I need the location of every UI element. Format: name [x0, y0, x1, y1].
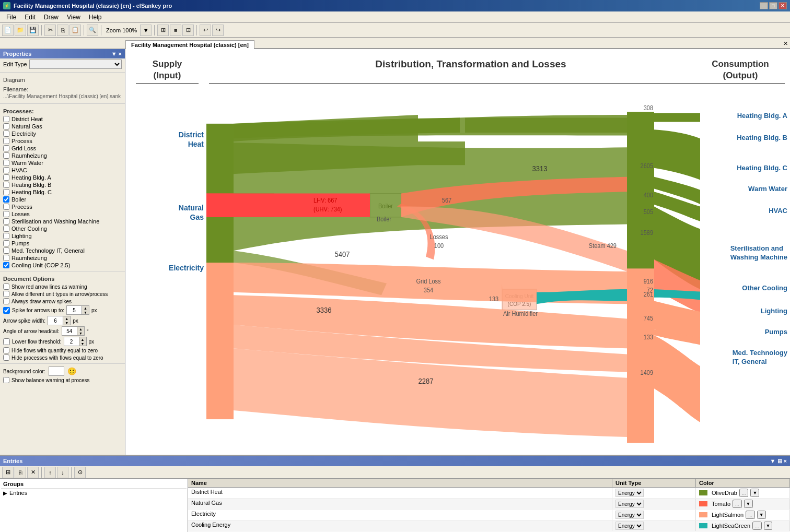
entries-up-button[interactable]: ↑ — [44, 467, 56, 478]
spike-width-up[interactable]: ▲ — [63, 316, 70, 321]
color-picker-button-0[interactable]: ... — [739, 489, 749, 497]
unit-select-0[interactable]: Energy — [615, 489, 644, 497]
district-heat-input-label: DistrictHeat — [136, 130, 204, 149]
process-checkbox-12[interactable] — [3, 204, 9, 210]
entries-down-button[interactable]: ↓ — [57, 467, 68, 478]
process-checkbox-15[interactable] — [3, 226, 9, 232]
process-checkbox-17[interactable] — [3, 240, 9, 246]
process-checkbox-7[interactable] — [3, 167, 9, 173]
process-checkbox-5[interactable] — [3, 152, 9, 159]
new-button[interactable]: 📄 — [2, 25, 14, 36]
process-checkbox-2[interactable] — [3, 131, 9, 137]
process-checkbox-11[interactable] — [3, 196, 9, 203]
lower-threshold-checkbox[interactable] — [3, 338, 10, 345]
angle-up[interactable]: ▲ — [77, 327, 84, 331]
close-tab-button[interactable]: ✕ — [781, 39, 790, 49]
paste-button[interactable]: 📋 — [69, 25, 81, 36]
save-button[interactable]: 💾 — [27, 25, 39, 36]
spike-width-down[interactable]: ▼ — [63, 321, 70, 325]
menu-file[interactable]: File — [2, 13, 20, 22]
angle-down[interactable]: ▼ — [77, 331, 84, 335]
cell-color-3: LightSeaGreen...▼ — [696, 521, 790, 531]
out-label-med-tech: Med. TechnologyIT, General — [733, 349, 787, 367]
process-item-2: Electricity — [0, 130, 125, 137]
grid-button[interactable]: ⊞ — [157, 25, 169, 36]
entries-group-item[interactable]: ▶ Entries — [1, 489, 187, 497]
angle-value[interactable] — [62, 327, 77, 335]
lower-threshold-value[interactable] — [64, 337, 79, 346]
entries-controls[interactable]: ▼ ⊞ × — [770, 458, 787, 465]
process-checkbox-6[interactable] — [3, 160, 9, 166]
option-red-arrow-checkbox[interactable] — [3, 283, 9, 290]
angle-row: Angle of arrow head/tail: ▲ ▼ ° — [0, 326, 125, 336]
value-2605: 2605 — [641, 162, 654, 169]
spike-width-btns: ▲ ▼ — [63, 316, 70, 325]
spike-up-button[interactable]: ▲ — [82, 306, 89, 310]
lower-threshold-up[interactable]: ▲ — [79, 337, 86, 341]
entries-add-button[interactable]: ⊞ — [2, 467, 14, 478]
hide-zero-flows-checkbox[interactable] — [3, 347, 9, 353]
process-checkbox-19[interactable] — [3, 255, 9, 261]
entries-copy-button[interactable]: ⎘ — [15, 467, 26, 478]
menu-edit[interactable]: Edit — [20, 13, 40, 22]
cut-button[interactable]: ✂ — [44, 25, 56, 36]
entries-extra-button[interactable]: ⊙ — [74, 467, 86, 478]
open-button[interactable]: 📁 — [15, 25, 26, 36]
process-checkbox-13[interactable] — [3, 211, 9, 217]
process-checkbox-14[interactable] — [3, 218, 9, 224]
spike-width-value[interactable] — [48, 316, 63, 325]
process-checkbox-9[interactable] — [3, 182, 9, 188]
spike-down-button[interactable]: ▼ — [82, 310, 89, 314]
process-checkbox-20[interactable] — [3, 262, 9, 268]
hide-zero-processes-checkbox[interactable] — [3, 354, 9, 361]
undo-button[interactable]: ↩ — [200, 25, 211, 36]
unit-select-1[interactable]: Energy — [615, 500, 644, 508]
search-button[interactable]: 🔍 — [87, 25, 98, 36]
color-dropdown-button-3[interactable]: ▼ — [764, 522, 773, 530]
show-balance-checkbox[interactable] — [3, 377, 9, 383]
menu-draw[interactable]: Draw — [40, 13, 63, 22]
cell-unit-3: Energy — [612, 521, 696, 531]
color-dropdown-button-2[interactable]: ▼ — [757, 511, 766, 519]
menu-help[interactable]: Help — [85, 13, 106, 22]
process-checkbox-18[interactable] — [3, 247, 9, 254]
unit-select-2[interactable]: Energy — [615, 511, 644, 519]
option-diff-units-checkbox[interactable] — [3, 291, 9, 297]
diagram-tab[interactable]: Facility Management Hospital (classic) [… — [125, 40, 254, 49]
entries-delete-button[interactable]: ✕ — [27, 467, 39, 478]
color-dropdown-button-1[interactable]: ▼ — [744, 500, 753, 508]
color-dropdown-button-0[interactable]: ▼ — [750, 489, 759, 497]
menu-view[interactable]: View — [63, 13, 85, 22]
unit-select-3[interactable]: Energy — [615, 522, 644, 530]
panel-controls[interactable]: ▼ × — [111, 51, 122, 57]
maximize-button[interactable]: □ — [769, 2, 777, 9]
lower-threshold-down[interactable]: ▼ — [79, 341, 86, 346]
fit-button[interactable]: ⊡ — [182, 25, 194, 36]
process-checkbox-0[interactable] — [3, 116, 9, 122]
copy-button[interactable]: ⎘ — [57, 25, 68, 36]
redo-button[interactable]: ↪ — [212, 25, 224, 36]
close-button[interactable]: ✕ — [779, 2, 787, 9]
option-always-spikes-checkbox[interactable] — [3, 298, 9, 304]
process-checkbox-4[interactable] — [3, 145, 9, 151]
process-checkbox-16[interactable] — [3, 233, 9, 239]
color-picker-button-1[interactable]: ... — [733, 500, 742, 508]
value-5407: 5407 — [335, 250, 350, 258]
process-checkbox-10[interactable] — [3, 189, 9, 195]
process-checkbox-1[interactable] — [3, 123, 9, 129]
process-checkbox-3[interactable] — [3, 138, 9, 144]
spike-arrows-checkbox[interactable] — [3, 307, 10, 314]
zoom-dropdown-button[interactable]: ▼ — [140, 25, 152, 36]
edit-type-select[interactable] — [29, 60, 122, 69]
process-checkbox-8[interactable] — [3, 174, 9, 181]
color-picker-button-2[interactable]: ... — [746, 511, 755, 519]
minimize-button[interactable]: ─ — [760, 2, 768, 9]
align-button[interactable]: ≡ — [170, 25, 181, 36]
losses-label: Losses — [430, 233, 448, 240]
color-picker-button-3[interactable]: ... — [752, 522, 762, 530]
table-row-1: Natural GasEnergyTomato...▼ — [188, 499, 790, 510]
process-item-8: Heating Bldg. A — [0, 174, 125, 181]
spike-value[interactable] — [67, 306, 82, 314]
bg-color-box[interactable] — [49, 367, 64, 376]
process-item-0: District Heat — [0, 115, 125, 123]
